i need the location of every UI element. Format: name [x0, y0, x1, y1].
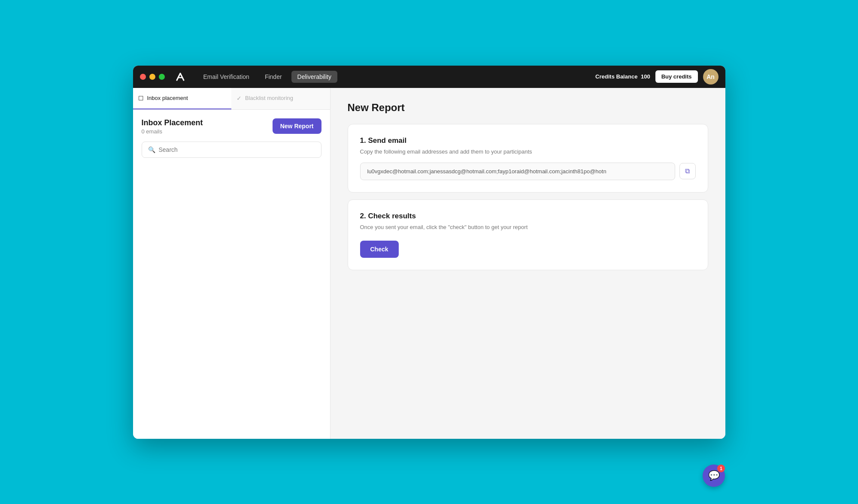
- sidebar-title-group: Inbox Placement 0 emails: [142, 118, 203, 135]
- chat-icon: 💬: [708, 470, 720, 481]
- tab-inbox-placement-label: Inbox placement: [147, 95, 188, 101]
- step2-title: 2. Check results: [360, 212, 696, 220]
- sidebar-tabs: ☐ Inbox placement ✓ Blacklist monitoring: [133, 88, 330, 110]
- chat-badge: 1: [717, 465, 725, 472]
- titlebar: Email Verification Finder Deliverability…: [133, 66, 725, 88]
- step2-card: 2. Check results Once you sent your emai…: [348, 199, 708, 270]
- minimize-button[interactable]: [149, 74, 155, 80]
- app-logo: [173, 70, 187, 84]
- app-window: Email Verification Finder Deliverability…: [133, 66, 725, 439]
- search-input[interactable]: [159, 146, 315, 153]
- inbox-placement-icon: ☐: [138, 95, 144, 102]
- avatar: An: [703, 69, 719, 85]
- chat-bubble[interactable]: 💬 1: [703, 465, 725, 487]
- copy-icon: ⧉: [685, 167, 690, 175]
- window-controls: [140, 74, 165, 80]
- nav-finder[interactable]: Finder: [259, 71, 288, 83]
- new-report-button[interactable]: New Report: [273, 118, 321, 134]
- main-layout: ☐ Inbox placement ✓ Blacklist monitoring…: [133, 88, 725, 439]
- copy-button[interactable]: ⧉: [679, 163, 696, 179]
- step1-title: 1. Send email: [360, 136, 696, 145]
- buy-credits-button[interactable]: Buy credits: [655, 70, 698, 83]
- nav-right: Credits Balance 100 Buy credits An: [595, 69, 718, 85]
- email-row: lu0vgxdec@hotmail.com;janessasdcg@hotmai…: [360, 163, 696, 180]
- main-content: New Report 1. Send email Copy the follow…: [330, 88, 725, 439]
- check-button[interactable]: Check: [360, 241, 399, 258]
- email-field: lu0vgxdec@hotmail.com;janessasdcg@hotmai…: [360, 163, 675, 180]
- page-title: New Report: [348, 102, 708, 114]
- search-icon: 🔍: [148, 146, 155, 153]
- sidebar-content: Inbox Placement 0 emails New Report 🔍: [133, 110, 330, 166]
- step1-description: Copy the following email addresses and a…: [360, 148, 696, 155]
- search-box: 🔍: [142, 142, 321, 158]
- nav-email-verification[interactable]: Email Verification: [197, 71, 255, 83]
- tab-blacklist-label: Blacklist monitoring: [245, 95, 293, 101]
- close-button[interactable]: [140, 74, 146, 80]
- nav-items: Email Verification Finder Deliverability: [197, 71, 596, 83]
- credits-balance-label: Credits Balance 100: [595, 73, 650, 80]
- step2-description: Once you sent your email, click the "che…: [360, 224, 696, 230]
- sidebar-header: Inbox Placement 0 emails New Report: [142, 118, 321, 135]
- tab-blacklist-monitoring[interactable]: ✓ Blacklist monitoring: [231, 88, 330, 109]
- sidebar-subtitle: 0 emails: [142, 128, 203, 135]
- maximize-button[interactable]: [159, 74, 165, 80]
- step1-card: 1. Send email Copy the following email a…: [348, 124, 708, 193]
- blacklist-icon: ✓: [236, 95, 242, 102]
- tab-inbox-placement[interactable]: ☐ Inbox placement: [133, 88, 232, 109]
- nav-deliverability[interactable]: Deliverability: [291, 71, 337, 83]
- sidebar: ☐ Inbox placement ✓ Blacklist monitoring…: [133, 88, 330, 439]
- sidebar-title: Inbox Placement: [142, 118, 203, 127]
